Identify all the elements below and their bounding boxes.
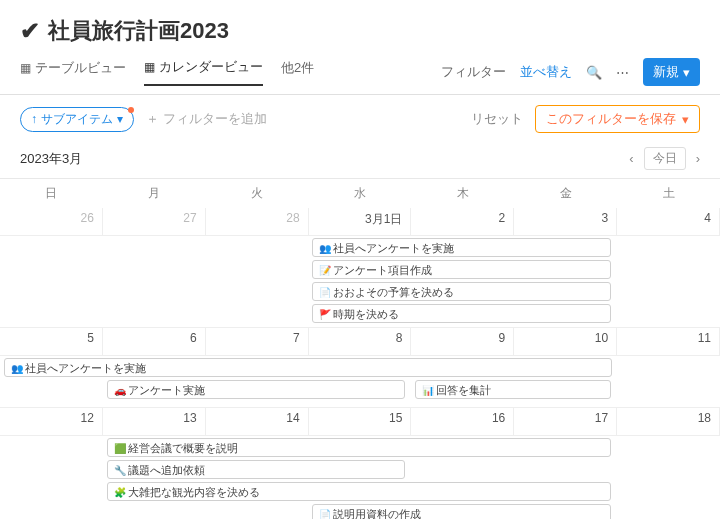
tab-table-view[interactable]: ▦ テーブルビュー (20, 58, 126, 86)
table-icon: ▦ (20, 61, 31, 75)
chevron-down-icon: ▾ (117, 112, 123, 126)
calendar-event[interactable]: 📝アンケート項目作成 (312, 260, 611, 279)
title-text: 社員旅行計画2023 (48, 16, 229, 46)
calendar-event[interactable]: 📊回答を集計 (415, 380, 612, 399)
calendar-icon: ▦ (144, 60, 155, 74)
day-num[interactable]: 14 (206, 408, 308, 428)
calendar-event[interactable]: 🔧議題へ追加依頼 (107, 460, 406, 479)
chevron-down-icon: ▾ (683, 65, 690, 80)
sort-button[interactable]: 並べ替え (520, 63, 572, 81)
chevron-down-icon: ▾ (682, 112, 689, 127)
day-num[interactable]: 10 (514, 328, 616, 348)
subitems-button[interactable]: ↑ サブアイテム ▾ (20, 107, 134, 132)
day-num[interactable]: 8 (309, 328, 411, 348)
day-num[interactable]: 3月1日 (309, 208, 411, 231)
more-icon[interactable]: ⋯ (616, 65, 629, 80)
calendar-event[interactable]: 🚗アンケート実施 (107, 380, 406, 399)
prev-month-button[interactable]: ‹ (629, 151, 633, 166)
day-num[interactable]: 6 (103, 328, 205, 348)
day-of-week-header: 日月火水木金土 (0, 179, 720, 208)
calendar-event[interactable]: 🧩大雑把な観光内容を決める (107, 482, 611, 501)
day-num[interactable]: 27 (103, 208, 205, 228)
day-num[interactable]: 4 (617, 208, 719, 228)
day-num[interactable]: 15 (309, 408, 411, 428)
filter-button[interactable]: フィルター (441, 63, 506, 81)
day-num[interactable]: 12 (0, 408, 102, 428)
day-num[interactable]: 2 (411, 208, 513, 228)
calendar-event[interactable]: 👥社員へアンケートを実施 (312, 238, 611, 257)
day-num[interactable]: 5 (0, 328, 102, 348)
reset-button[interactable]: リセット (471, 110, 523, 128)
tab-other-views[interactable]: 他2件 (281, 58, 314, 86)
day-num[interactable]: 18 (617, 408, 719, 428)
new-button[interactable]: 新規 ▾ (643, 58, 700, 86)
today-button[interactable]: 今日 (644, 147, 686, 170)
arrow-up-icon: ↑ (31, 112, 37, 126)
save-filter-button[interactable]: このフィルターを保存 ▾ (535, 105, 700, 133)
day-num[interactable]: 7 (206, 328, 308, 348)
day-num[interactable]: 26 (0, 208, 102, 228)
tab-calendar-view[interactable]: ▦ カレンダービュー (144, 58, 263, 86)
check-icon: ✔ (20, 17, 40, 45)
next-month-button[interactable]: › (696, 151, 700, 166)
day-num[interactable]: 3 (514, 208, 616, 228)
month-label: 2023年3月 (20, 150, 82, 168)
day-num[interactable]: 13 (103, 408, 205, 428)
day-num[interactable]: 11 (617, 328, 719, 348)
day-num[interactable]: 16 (411, 408, 513, 428)
calendar-event[interactable]: 🟩経営会議で概要を説明 (107, 438, 611, 457)
day-num[interactable]: 17 (514, 408, 616, 428)
calendar-event[interactable]: 📄おおよその予算を決める (312, 282, 611, 301)
page-title: ✔ 社員旅行計画2023 (20, 16, 700, 46)
day-num[interactable]: 9 (411, 328, 513, 348)
calendar-event[interactable]: 👥社員へアンケートを実施 (4, 358, 612, 377)
badge-dot (128, 107, 134, 113)
day-num[interactable]: 28 (206, 208, 308, 228)
search-icon[interactable]: 🔍 (586, 65, 602, 80)
calendar-event[interactable]: 🚩時期を決める (312, 304, 611, 323)
add-filter-button[interactable]: ＋ フィルターを追加 (146, 110, 267, 128)
calendar-event[interactable]: 📄説明用資料の作成 (312, 504, 611, 519)
